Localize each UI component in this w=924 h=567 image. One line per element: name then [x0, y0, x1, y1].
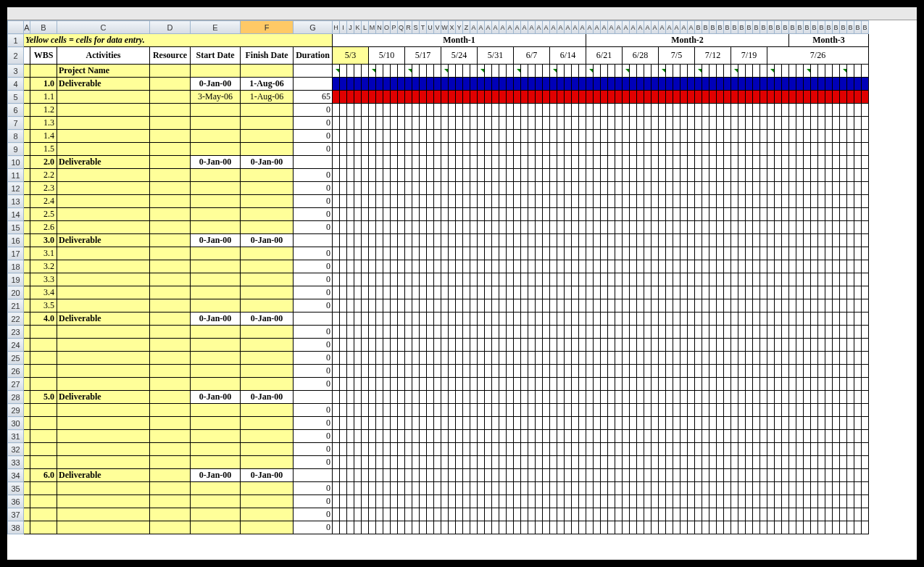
gantt-cell-35-63[interactable]	[789, 482, 796, 495]
gantt-cell-27-55[interactable]	[731, 378, 738, 391]
gantt-cell-27-63[interactable]	[789, 378, 796, 391]
gantt-cell-17-34[interactable]	[579, 247, 586, 260]
duration-cell-23[interactable]: 0	[294, 326, 333, 339]
start-cell-25[interactable]	[191, 352, 241, 365]
gantt-cell-6-0[interactable]	[333, 104, 340, 117]
gantt-cell-23-65[interactable]	[804, 326, 811, 339]
activity-cell-21[interactable]	[57, 299, 150, 313]
gantt-cell-33-36[interactable]	[594, 456, 601, 469]
gantt-cell-36-7[interactable]	[383, 495, 391, 508]
gantt-cell-22-30[interactable]	[550, 313, 557, 326]
gantt-cell-25-62[interactable]	[782, 352, 789, 365]
gantt-cell-4-10[interactable]	[405, 78, 412, 91]
gantt-cell-13-49[interactable]	[688, 195, 695, 208]
col-head-narrow-63[interactable]: B	[789, 21, 796, 34]
wbs-cell-8[interactable]: 1.4	[30, 130, 57, 143]
gantt-cell-5-67[interactable]	[818, 91, 825, 104]
resource-cell-4[interactable]	[150, 78, 191, 91]
gantt-cell-5-18[interactable]	[463, 91, 470, 104]
gantt-cell-33-67[interactable]	[818, 456, 825, 469]
gantt-cell-21-62[interactable]	[782, 299, 789, 313]
formula-bar[interactable]	[7, 7, 917, 20]
gantt-cell-26-49[interactable]	[688, 365, 695, 378]
gantt-cell-10-50[interactable]	[695, 156, 702, 169]
gantt-cell-25-21[interactable]	[485, 352, 492, 365]
gantt-cell-8-52[interactable]	[709, 130, 717, 143]
gantt-cell-21-22[interactable]	[492, 299, 499, 313]
gantt-cell-21-57[interactable]	[746, 299, 753, 313]
gantt-cell-38-55[interactable]	[731, 521, 738, 534]
gantt-cell-17-67[interactable]	[818, 247, 825, 260]
gantt-cell-18-66[interactable]	[811, 260, 818, 273]
gantt-cell-13-21[interactable]	[485, 195, 492, 208]
activity-cell-20[interactable]	[57, 286, 150, 299]
gantt-cell-29-19[interactable]	[470, 404, 478, 417]
resource-cell-27[interactable]	[150, 378, 191, 391]
gantt-cell-5-54[interactable]	[724, 91, 731, 104]
gantt-cell-26-68[interactable]	[825, 365, 833, 378]
gantt-cell-21-26[interactable]	[521, 299, 528, 313]
col-head-narrow-32[interactable]: A	[565, 21, 572, 34]
gantt-cell-20-47[interactable]	[673, 286, 680, 299]
row-head-32[interactable]: 32	[8, 443, 24, 456]
gantt-cell-35-50[interactable]	[695, 482, 702, 495]
gantt-cell-9-63[interactable]	[789, 143, 796, 156]
gantt-cell-13-38[interactable]	[608, 195, 615, 208]
gantt-cell-15-35[interactable]	[586, 221, 594, 234]
gantt-cell-15-73[interactable]	[862, 221, 869, 234]
gantt-cell-5-73[interactable]	[862, 91, 869, 104]
gantt-cell-34-29[interactable]	[543, 469, 550, 482]
col-head-A[interactable]: A	[24, 21, 30, 34]
gantt-cell-5-27[interactable]	[528, 91, 536, 104]
gantt-cell-7-65[interactable]	[804, 117, 811, 130]
col-head-narrow-28[interactable]: A	[536, 21, 543, 34]
gantt-cell-24-37[interactable]	[601, 339, 608, 352]
gantt-cell-34-42[interactable]	[637, 469, 644, 482]
gantt-cell-7-18[interactable]	[463, 117, 470, 130]
gantt-cell-35-32[interactable]	[565, 482, 572, 495]
gantt-cell-27-36[interactable]	[594, 378, 601, 391]
start-cell-37[interactable]	[191, 508, 241, 521]
gantt-cell-32-62[interactable]	[782, 443, 789, 456]
gantt-cell-37-68[interactable]	[825, 508, 833, 521]
gantt-cell-24-26[interactable]	[521, 339, 528, 352]
gantt-cell-12-0[interactable]	[333, 182, 340, 195]
gantt-cell-19-64[interactable]	[796, 273, 804, 286]
gantt-cell-35-56[interactable]	[738, 482, 746, 495]
gantt-cell-20-64[interactable]	[796, 286, 804, 299]
gantt-cell-24-54[interactable]	[724, 339, 731, 352]
gantt-cell-14-31[interactable]	[557, 208, 565, 221]
gantt-cell-12-23[interactable]	[499, 182, 507, 195]
gantt-cell-7-16[interactable]	[449, 117, 456, 130]
gantt-cell-28-65[interactable]	[804, 391, 811, 404]
select-all-corner[interactable]	[8, 21, 24, 34]
gantt-cell-27-69[interactable]	[833, 378, 840, 391]
day-cell-3-18[interactable]	[463, 65, 470, 78]
gantt-cell-12-65[interactable]	[804, 182, 811, 195]
gantt-cell-24-41[interactable]	[630, 339, 637, 352]
gantt-cell-29-18[interactable]	[463, 404, 470, 417]
gantt-cell-7-0[interactable]	[333, 117, 340, 130]
duration-cell-4[interactable]	[294, 78, 333, 91]
gantt-cell-5-23[interactable]	[499, 91, 507, 104]
gantt-cell-16-51[interactable]	[702, 234, 709, 247]
gantt-cell-11-52[interactable]	[709, 169, 717, 182]
col-head-narrow-66[interactable]: B	[811, 21, 818, 34]
gantt-cell-25-39[interactable]	[615, 352, 623, 365]
start-cell-6[interactable]	[191, 104, 241, 117]
gantt-cell-15-14[interactable]	[434, 221, 441, 234]
gantt-cell-34-59[interactable]	[760, 469, 767, 482]
finish-cell-14[interactable]	[241, 208, 294, 221]
gantt-cell-15-52[interactable]	[709, 221, 717, 234]
start-cell-18[interactable]	[191, 260, 241, 273]
gantt-cell-30-63[interactable]	[789, 417, 796, 430]
gantt-cell-13-6[interactable]	[376, 195, 383, 208]
gantt-cell-15-50[interactable]	[695, 221, 702, 234]
gantt-cell-11-71[interactable]	[847, 169, 854, 182]
gantt-cell-28-43[interactable]	[644, 391, 652, 404]
gantt-cell-25-49[interactable]	[688, 352, 695, 365]
finish-cell-15[interactable]	[241, 221, 294, 234]
gantt-cell-19-46[interactable]	[666, 273, 673, 286]
gantt-cell-28-41[interactable]	[630, 391, 637, 404]
gantt-cell-19-23[interactable]	[499, 273, 507, 286]
